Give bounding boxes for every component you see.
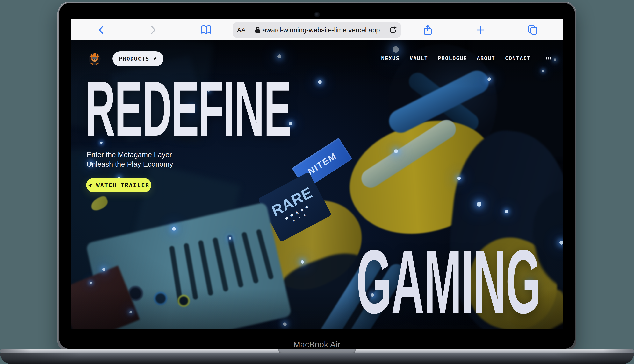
cursor-arrow-icon <box>152 56 157 61</box>
safari-toolbar: AA award-winning-website-lime.vercel.app <box>71 20 563 40</box>
glow-particle <box>393 46 399 52</box>
hero-subtitle: Enter the Metagame Layer Unleash the Pla… <box>87 150 173 169</box>
glow-particle <box>487 78 491 81</box>
glow-particle <box>394 149 398 153</box>
webcam-icon <box>315 12 319 17</box>
screen: AA award-winning-website-lime.vercel.app <box>71 20 563 328</box>
device-knob <box>178 295 190 307</box>
hero-subtitle-line1: Enter the Metagame Layer <box>87 150 173 160</box>
glow-particle <box>554 58 556 61</box>
new-tab-button[interactable] <box>474 20 487 40</box>
cursor-arrow-icon <box>88 182 93 188</box>
device-knob <box>154 292 167 305</box>
vent-slot <box>212 237 229 292</box>
open-book-icon <box>201 26 211 34</box>
watch-trailer-button[interactable]: WATCH TRAILER <box>86 178 151 192</box>
glow-particle <box>505 210 508 213</box>
tabs-icon <box>528 25 538 35</box>
glow-particle <box>301 260 304 264</box>
teal-backdrop: AA award-winning-website-lime.vercel.app <box>0 0 634 364</box>
glow-particle <box>283 322 287 326</box>
share-icon <box>424 25 432 35</box>
tab-overview-button[interactable] <box>526 20 540 40</box>
vent-slot <box>227 234 244 288</box>
hero-title-gaming: GAMING <box>356 236 541 327</box>
nav-item-contact[interactable]: CONTACT <box>505 55 531 62</box>
site-logo[interactable] <box>88 52 101 65</box>
glow-particle <box>172 227 176 230</box>
plus-icon <box>476 26 485 34</box>
glow-particle <box>277 54 281 58</box>
vent-slot <box>183 243 198 300</box>
glow-particle <box>229 237 231 240</box>
nav-item-nexus[interactable]: NEXUS <box>381 55 400 62</box>
mascot-logo-icon <box>88 52 101 65</box>
refresh-button[interactable] <box>389 26 397 34</box>
reader-text-size-button[interactable]: AA <box>237 26 246 34</box>
glow-particle <box>102 268 105 271</box>
share-button[interactable] <box>421 20 434 40</box>
forward-button[interactable] <box>148 20 159 40</box>
reading-list-button[interactable] <box>199 20 213 40</box>
refresh-icon <box>389 26 397 34</box>
products-button[interactable]: PRODUCTS <box>113 51 163 66</box>
macbook-bezel: AA award-winning-website-lime.vercel.app <box>59 3 575 349</box>
url-text: award-winning-website-lime.vercel.app <box>262 26 380 34</box>
back-button[interactable] <box>96 20 106 40</box>
device-label: MacBook Air <box>293 340 340 349</box>
nav-item-vault[interactable]: VAULT <box>410 55 428 62</box>
products-label: PRODUCTS <box>119 56 149 62</box>
glow-particle <box>318 80 322 84</box>
address-bar[interactable]: AA award-winning-website-lime.vercel.app <box>233 22 401 38</box>
back-chevron-icon <box>99 26 104 34</box>
vent-slot <box>198 240 213 296</box>
website-viewport: NITEM RARE ★★★★★ ★★★ <box>71 40 563 328</box>
forward-chevron-icon <box>151 26 156 34</box>
nav-more-icon[interactable] <box>546 57 552 60</box>
glow-particle <box>90 282 92 284</box>
hero-subtitle-line2: Unleash the Play Economy <box>87 160 173 169</box>
hero-title-redefine: REDEFINE <box>85 70 291 148</box>
macbook-base <box>0 349 634 364</box>
base-front-face <box>0 353 634 364</box>
glow-particle <box>129 311 132 314</box>
nav-item-prologue[interactable]: PROLOGUE <box>438 55 467 62</box>
vent-slot <box>241 232 259 284</box>
lock-icon <box>255 27 260 33</box>
glow-particle <box>457 176 461 180</box>
nav-item-about[interactable]: ABOUT <box>477 55 495 62</box>
url-group: award-winning-website-lime.vercel.app <box>246 26 389 34</box>
watch-trailer-label: WATCH TRAILER <box>96 182 149 188</box>
vent-slot <box>256 229 274 280</box>
glow-particle <box>559 241 563 244</box>
glow-particle <box>542 70 544 72</box>
macbook-lid: AA award-winning-website-lime.vercel.app <box>57 2 576 350</box>
glow-particle <box>477 202 481 206</box>
